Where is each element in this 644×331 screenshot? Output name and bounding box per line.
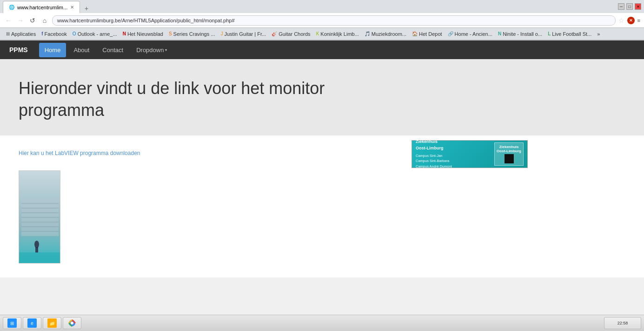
- forward-button[interactable]: →: [16, 17, 25, 24]
- bookmark-ancien[interactable]: 🔗 Home - Ancien...: [445, 30, 495, 38]
- nav-contact-label: Contact: [102, 47, 123, 54]
- logo-graphic: [505, 154, 514, 163]
- hospital-logo: Ziekenhuis Oost-Limburg: [494, 142, 524, 166]
- football-icon: L: [548, 31, 551, 36]
- bookmark-more[interactable]: »: [595, 30, 602, 38]
- nav-home[interactable]: Home: [39, 43, 66, 57]
- bookmark-label: Guitar Chords: [279, 31, 310, 37]
- menu-button[interactable]: ≡: [637, 18, 640, 23]
- download-link[interactable]: Hier kan u het LabVIEW programma downloa…: [19, 150, 140, 156]
- close-button[interactable]: ✕: [635, 3, 641, 10]
- active-tab[interactable]: 🌐 www.hartcentrumlim... ✕: [3, 1, 80, 13]
- ancien-icon: 🔗: [448, 31, 453, 36]
- bookmark-label: Live Football St...: [552, 31, 591, 37]
- bookmark-star-icon[interactable]: ☆: [618, 17, 624, 24]
- depot-icon: 🏠: [412, 31, 418, 36]
- bookmark-nieuwsblad[interactable]: N Het Nieuwsblad: [120, 30, 166, 38]
- hospital-region: Oost-Limburg: [416, 145, 452, 152]
- bookmark-guitar[interactable]: 🎸 Guitar Chords: [269, 30, 312, 38]
- bookmark-label: Koninklijk Limb...: [320, 31, 359, 37]
- nav-home-label: Home: [45, 47, 61, 54]
- refresh-button[interactable]: ↺: [28, 17, 37, 24]
- bookmark-koninklijk[interactable]: K Koninklijk Limb...: [314, 30, 361, 38]
- campus3-label: Campus André Dumont: [416, 164, 452, 169]
- nieuwsblad-icon: N: [123, 31, 126, 36]
- bookmark-ninite[interactable]: N Ninite - Install o...: [496, 30, 544, 38]
- tab-close-button[interactable]: ✕: [70, 5, 74, 10]
- bookmark-label: Outlook - arne_...: [78, 31, 117, 37]
- bookmark-label: Home - Ancien...: [455, 31, 492, 37]
- nav-dropdown[interactable]: Dropdown ▾: [131, 43, 173, 57]
- bookmark-label: Het Nieuwsblad: [127, 31, 163, 37]
- bookmark-label: Het Depot: [419, 31, 442, 37]
- svg-rect-10: [35, 247, 38, 253]
- more-bookmarks-label: »: [597, 31, 600, 37]
- muziek-icon: 🎵: [365, 31, 370, 36]
- bookmark-facebook[interactable]: f Facebook: [39, 30, 69, 38]
- bookmark-outlook[interactable]: O Outlook - arne_...: [70, 30, 120, 38]
- bookmark-football[interactable]: L Live Football St...: [545, 30, 594, 38]
- logo-name-line2: Oost-Limburg: [497, 149, 521, 153]
- campus2-label: Campus Sint-Barbara: [416, 158, 452, 163]
- new-tab-button[interactable]: +: [82, 4, 91, 13]
- security-icon: ✕: [627, 17, 635, 24]
- content-section: Hier kan u het LabVIEW programma downloa…: [0, 135, 644, 277]
- tab-favicon: 🌐: [9, 5, 14, 10]
- building-image: [19, 170, 60, 263]
- back-button[interactable]: ←: [4, 17, 13, 24]
- minimize-button[interactable]: ─: [618, 3, 624, 10]
- hospital-info: Ziekenhuis Oost-Limburg Campus Sint-Jan …: [416, 139, 452, 169]
- bookmark-series[interactable]: S Series Cravings ...: [166, 30, 218, 38]
- bookmarks-bar: ⊞ Applicaties f Facebook O Outlook - arn…: [0, 28, 644, 40]
- svg-point-9: [34, 241, 39, 248]
- maximize-button[interactable]: □: [626, 3, 633, 10]
- bookmark-applicaties[interactable]: ⊞ Applicaties: [4, 30, 38, 38]
- svg-rect-11: [19, 252, 60, 263]
- website-container: PPMS Home About Contact Dropdown ▾ Hiero…: [0, 41, 644, 277]
- nav-about[interactable]: About: [68, 43, 95, 57]
- apps-icon: ⊞: [6, 31, 10, 36]
- ninite-icon: N: [498, 31, 501, 36]
- hero-section: Hieronder vindt u de link voor het monit…: [0, 59, 644, 135]
- nav-dropdown-label: Dropdown: [136, 47, 164, 54]
- bookmark-justin[interactable]: J Justin Guitar | Fr...: [218, 30, 268, 38]
- bookmark-label: Facebook: [45, 31, 67, 37]
- building-svg: [19, 171, 60, 263]
- chevron-down-icon: ▾: [165, 48, 167, 52]
- nav-contact[interactable]: Contact: [97, 43, 129, 57]
- outlook-icon: O: [73, 31, 76, 36]
- bookmark-label: Muziekdroom...: [372, 31, 406, 37]
- address-bar: ← → ↺ ⌂ ☆ ✕ ≡: [0, 13, 644, 28]
- home-button[interactable]: ⌂: [40, 17, 49, 24]
- nav-about-label: About: [73, 47, 89, 54]
- bookmark-label: Series Cravings ...: [173, 31, 215, 37]
- hospital-main-name: Ziekenhuis: [416, 139, 452, 145]
- bookmark-label: Justin Guitar | Fr...: [224, 31, 266, 37]
- justin-icon: J: [220, 31, 223, 36]
- koninklijk-icon: K: [316, 31, 319, 36]
- facebook-icon: f: [41, 31, 43, 36]
- bookmark-label: Applicaties: [11, 31, 36, 37]
- url-input[interactable]: [52, 15, 616, 26]
- brand-name: PPMS: [9, 46, 28, 54]
- browser-chrome: 🌐 www.hartcentrumlim... ✕ + ─ □ ✕ ← → ↺ …: [0, 0, 644, 41]
- logo-name-line1: Ziekenhuis: [497, 145, 521, 149]
- campus1-label: Campus Sint-Jan: [416, 153, 452, 158]
- site-navigation: PPMS Home About Contact Dropdown ▾: [0, 41, 644, 59]
- title-bar: 🌐 www.hartcentrumlim... ✕ + ─ □ ✕: [0, 0, 644, 13]
- hospital-banner: Ziekenhuis Oost-Limburg Campus Sint-Jan …: [412, 140, 528, 168]
- hero-title: Hieronder vindt u de link voor het monit…: [19, 78, 344, 122]
- guitar-icon: 🎸: [272, 31, 277, 36]
- images-row: [19, 170, 625, 263]
- hospital-text: Ziekenhuis Oost-Limburg Campus Sint-Jan …: [416, 139, 452, 169]
- bookmark-label: Ninite - Install o...: [503, 31, 542, 37]
- series-icon: S: [169, 31, 172, 36]
- bookmark-muziek[interactable]: 🎵 Muziekdroom...: [362, 30, 409, 38]
- window-controls: ─ □ ✕: [618, 3, 641, 10]
- tab-title: www.hartcentrumlim...: [17, 5, 67, 10]
- tab-bar: 🌐 www.hartcentrumlim... ✕ +: [3, 0, 616, 13]
- bookmark-depot[interactable]: 🏠 Het Depot: [410, 30, 445, 38]
